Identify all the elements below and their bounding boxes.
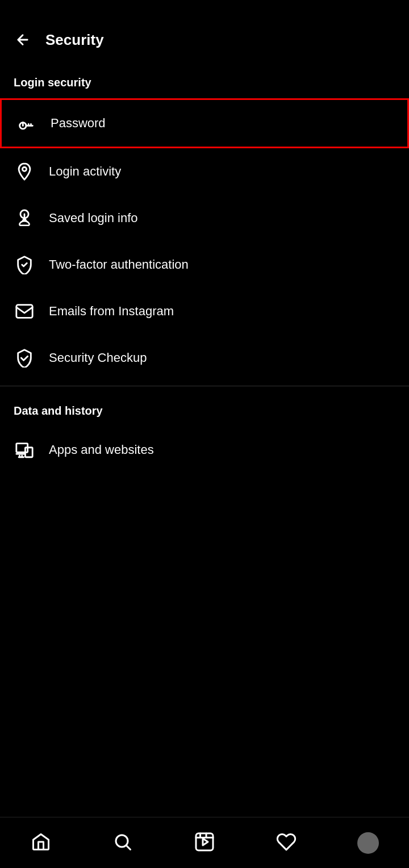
svg-point-6 (116, 835, 128, 847)
svg-rect-7 (196, 833, 213, 850)
apps-websites-item[interactable]: Apps and websites (0, 427, 409, 473)
login-activity-item[interactable]: Login activity (0, 148, 409, 195)
home-icon (31, 832, 51, 854)
search-icon (112, 832, 133, 854)
reels-icon (194, 832, 215, 854)
data-history-section: Data and history Apps and websites (0, 391, 409, 473)
profile-avatar (357, 832, 379, 854)
nav-reels[interactable] (182, 826, 227, 860)
emails-item[interactable]: Emails from Instagram (0, 288, 409, 335)
heart-icon (276, 832, 297, 854)
password-label: Password (51, 116, 106, 131)
location-icon (14, 161, 35, 182)
monitor-icon (14, 439, 35, 461)
page-title: Security (45, 31, 104, 49)
svg-point-2 (22, 167, 26, 171)
login-security-label: Login security (0, 62, 409, 98)
keyhole-icon (14, 207, 35, 229)
emails-label: Emails from Instagram (49, 304, 174, 319)
two-factor-item[interactable]: Two-factor authentication (0, 241, 409, 288)
nav-home[interactable] (18, 826, 64, 860)
data-history-label: Data and history (0, 391, 409, 427)
back-button[interactable] (11, 28, 34, 51)
bottom-navigation (0, 817, 409, 868)
security-checkup-item[interactable]: Security Checkup (0, 335, 409, 381)
saved-login-label: Saved login info (49, 211, 138, 226)
login-activity-label: Login activity (49, 164, 121, 179)
key-icon (15, 112, 37, 134)
svg-rect-3 (16, 305, 32, 318)
header: Security (0, 0, 409, 62)
saved-login-item[interactable]: Saved login info (0, 195, 409, 241)
back-arrow-icon (15, 32, 31, 48)
shield-tick-icon (14, 347, 35, 369)
mail-icon (14, 301, 35, 322)
section-divider (0, 386, 409, 386)
apps-websites-label: Apps and websites (49, 443, 154, 457)
nav-search[interactable] (100, 826, 145, 860)
login-security-section: Login security Password Login activity (0, 62, 409, 381)
two-factor-label: Two-factor authentication (49, 257, 189, 272)
shield-check-icon (14, 254, 35, 276)
password-item[interactable]: Password (0, 98, 409, 148)
security-checkup-label: Security Checkup (49, 350, 147, 365)
nav-likes[interactable] (264, 826, 309, 860)
nav-profile[interactable] (345, 826, 391, 860)
